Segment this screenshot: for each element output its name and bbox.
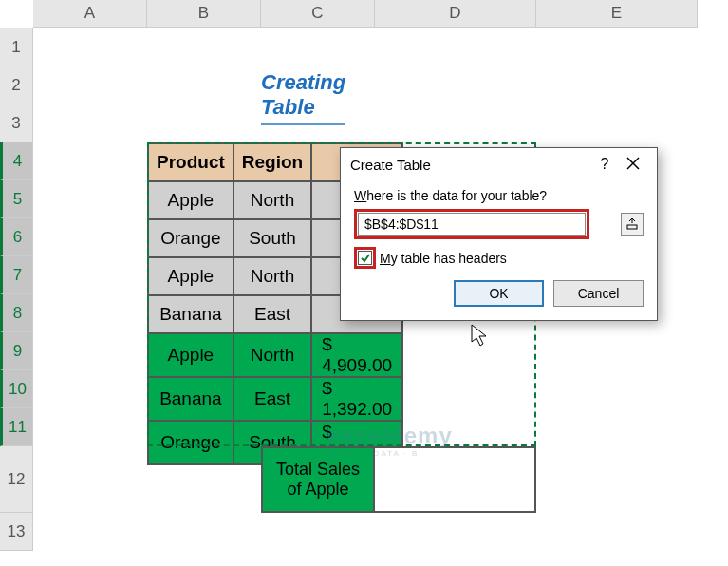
column-headers: A B C D E [33, 0, 698, 28]
row-header-8[interactable]: 8 [0, 294, 33, 332]
ok-button[interactable]: OK [454, 280, 544, 307]
cell-product[interactable]: Apple [148, 181, 233, 219]
svg-rect-2 [627, 225, 637, 229]
total-row: Total Sales of Apple [261, 446, 536, 513]
checkmark-icon [360, 253, 371, 264]
table-row: BananaEast$1,392.00 [148, 377, 402, 421]
cell-region[interactable]: North [233, 333, 311, 377]
col-header-D[interactable]: D [375, 0, 536, 28]
dialog-body: Where is the data for your table? My tab… [341, 180, 657, 320]
close-button[interactable] [619, 157, 647, 173]
range-row [354, 209, 644, 239]
cell-product[interactable]: Orange [148, 421, 233, 464]
row-header-2[interactable]: 2 [0, 66, 33, 104]
header-region[interactable]: Region [233, 143, 311, 181]
row-header-3[interactable]: 3 [0, 104, 33, 142]
headers-label[interactable]: My table has headers [380, 251, 507, 266]
row-header-7[interactable]: 7 [0, 256, 33, 294]
cell-region[interactable]: East [233, 295, 311, 333]
row-headers: 1 2 3 4 5 6 7 8 9 10 11 12 13 [0, 28, 33, 551]
row-header-12[interactable]: 12 [0, 446, 33, 513]
dialog-title: Create Table [350, 157, 590, 173]
cell-product[interactable]: Banana [148, 377, 233, 421]
dialog-prompt: Where is the data for your table? [354, 188, 644, 203]
row-header-9[interactable]: 9 [0, 332, 33, 370]
row-header-10[interactable]: 10 [0, 370, 33, 408]
cell-product[interactable]: Orange [148, 219, 233, 257]
range-input[interactable] [358, 213, 586, 236]
cell-region[interactable]: East [233, 377, 311, 421]
range-select-button[interactable] [621, 213, 644, 236]
row-header-6[interactable]: 6 [0, 218, 33, 256]
col-header-A[interactable]: A [33, 0, 147, 28]
page-title: Creating Table [261, 70, 345, 125]
cell-sales[interactable]: $4,909.00 [311, 333, 402, 377]
total-value[interactable] [375, 446, 536, 513]
headers-checkbox[interactable] [358, 251, 372, 265]
close-icon [626, 157, 640, 170]
col-header-B[interactable]: B [147, 0, 261, 28]
checkbox-highlight [354, 247, 376, 269]
cell-region[interactable]: North [233, 181, 311, 219]
row-header-4[interactable]: 4 [0, 142, 33, 180]
cell-product[interactable]: Banana [148, 295, 233, 333]
collapse-dialog-icon [625, 217, 639, 231]
headers-check-row: My table has headers [354, 247, 644, 269]
cell-sales[interactable]: $1,392.00 [311, 377, 402, 421]
total-label[interactable]: Total Sales of Apple [261, 446, 375, 513]
cell-region[interactable]: South [233, 219, 311, 257]
row-header-5[interactable]: 5 [0, 180, 33, 218]
help-button[interactable]: ? [590, 156, 619, 173]
cell-region[interactable]: North [233, 257, 311, 295]
row-header-1[interactable]: 1 [0, 28, 33, 66]
cell-product[interactable]: Apple [148, 333, 233, 377]
dialog-titlebar[interactable]: Create Table ? [341, 148, 657, 180]
create-table-dialog: Create Table ? Where is the data for you… [340, 147, 658, 321]
row-header-13[interactable]: 13 [0, 513, 33, 551]
header-product[interactable]: Product [148, 143, 233, 181]
cancel-button[interactable]: Cancel [553, 280, 644, 307]
table-row: AppleNorth$4,909.00 [148, 333, 402, 377]
range-highlight [354, 209, 589, 239]
row-header-11[interactable]: 11 [0, 408, 33, 446]
col-header-E[interactable]: E [536, 0, 698, 28]
button-row: OK Cancel [354, 280, 644, 307]
cursor-icon [469, 323, 490, 353]
cell-product[interactable]: Apple [148, 257, 233, 295]
col-header-C[interactable]: C [261, 0, 375, 28]
